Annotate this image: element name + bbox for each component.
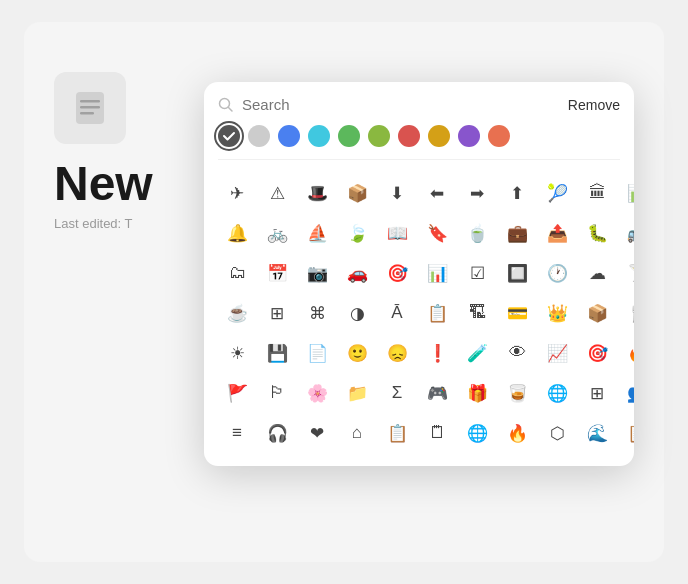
svg-point-10 bbox=[338, 125, 360, 147]
icon-picker-popup: Remove ✈⚠🎩📦⬇⬅➡⬆🎾🏛📊🔔🚲⛵🍃📖🔖🍵💼📤🐛🚌🗂📅📷🚗🎯📊☑🔲🕐☁🍸… bbox=[204, 82, 634, 466]
icon-cell[interactable]: ❤ bbox=[298, 414, 336, 452]
icon-cell[interactable]: ⌘ bbox=[298, 294, 336, 332]
svg-point-11 bbox=[368, 125, 390, 147]
icon-cell[interactable]: 🔥 bbox=[618, 334, 634, 372]
icon-cell[interactable]: Ā bbox=[378, 294, 416, 332]
icon-cell[interactable]: 🌐 bbox=[538, 374, 576, 412]
icon-cell[interactable]: ➡ bbox=[458, 174, 496, 212]
color-option-purple[interactable] bbox=[458, 125, 480, 147]
icon-cell[interactable]: Σ bbox=[378, 374, 416, 412]
icon-cell[interactable]: ☕ bbox=[218, 294, 256, 332]
icon-cell[interactable]: 🥃 bbox=[498, 374, 536, 412]
icon-cell[interactable]: 🚲 bbox=[258, 214, 296, 252]
icon-cell[interactable]: 📦 bbox=[338, 174, 376, 212]
icon-cell[interactable]: ☁ bbox=[578, 254, 616, 292]
color-option-cyan[interactable] bbox=[308, 125, 330, 147]
icon-cell[interactable]: 🧪 bbox=[458, 334, 496, 372]
icon-cell[interactable]: 👑 bbox=[538, 294, 576, 332]
icon-cell[interactable]: ⌂ bbox=[338, 414, 376, 452]
icon-cell[interactable]: 📋 bbox=[418, 294, 456, 332]
icon-cell[interactable]: 🏛 bbox=[578, 174, 616, 212]
icon-cell[interactable]: ❗ bbox=[418, 334, 456, 372]
icon-cell[interactable]: 🔖 bbox=[418, 214, 456, 252]
icon-cell[interactable]: 📋 bbox=[378, 414, 416, 452]
last-edited-text: Last edited: T bbox=[54, 216, 133, 231]
icon-cell[interactable]: 🔲 bbox=[498, 254, 536, 292]
icon-cell[interactable]: ⊞ bbox=[258, 294, 296, 332]
remove-button[interactable]: Remove bbox=[568, 97, 620, 113]
icon-cell[interactable]: 📷 bbox=[298, 254, 336, 292]
color-option-yellow-green[interactable] bbox=[368, 125, 390, 147]
color-option-light-gray[interactable] bbox=[248, 125, 270, 147]
icon-cell[interactable]: 🌐 bbox=[458, 414, 496, 452]
left-panel: New Last edited: T bbox=[54, 62, 194, 231]
icon-cell[interactable]: 🎁 bbox=[458, 374, 496, 412]
svg-rect-2 bbox=[80, 106, 100, 109]
icon-cell[interactable]: ≡ bbox=[218, 414, 256, 452]
icon-cell[interactable]: 📁 bbox=[338, 374, 376, 412]
icon-cell[interactable]: 🏳 bbox=[258, 374, 296, 412]
icon-cell[interactable]: 🌊 bbox=[578, 414, 616, 452]
icon-cell[interactable]: ⬅ bbox=[418, 174, 456, 212]
icon-cell[interactable]: 🚗 bbox=[338, 254, 376, 292]
icon-cell[interactable]: 🔥 bbox=[498, 414, 536, 452]
icon-cell[interactable]: 🎧 bbox=[258, 414, 296, 452]
icon-cell[interactable]: 🏗 bbox=[458, 294, 496, 332]
icon-cell[interactable]: 💾 bbox=[258, 334, 296, 372]
icon-cell[interactable]: 🗂 bbox=[218, 254, 256, 292]
icon-cell[interactable]: 📄 bbox=[298, 334, 336, 372]
color-option-amber[interactable] bbox=[428, 125, 450, 147]
icon-cell[interactable]: ✈ bbox=[218, 174, 256, 212]
icon-cell[interactable]: 📊 bbox=[418, 254, 456, 292]
svg-point-8 bbox=[278, 125, 300, 147]
icon-cell[interactable]: 🕐 bbox=[538, 254, 576, 292]
icon-cell[interactable]: ◑ bbox=[338, 294, 376, 332]
icon-cell[interactable]: 🎯 bbox=[578, 334, 616, 372]
icon-cell[interactable]: ☀ bbox=[218, 334, 256, 372]
icon-cell[interactable]: 📋 bbox=[618, 414, 634, 452]
icon-cell[interactable]: 🎮 bbox=[418, 374, 456, 412]
icon-cell[interactable]: 🎩 bbox=[298, 174, 336, 212]
icon-cell[interactable]: 🎾 bbox=[538, 174, 576, 212]
color-option-dark[interactable] bbox=[218, 125, 240, 147]
icon-cell[interactable]: 👥 bbox=[618, 374, 634, 412]
icon-cell[interactable]: 📈 bbox=[538, 334, 576, 372]
icon-cell[interactable]: 🎯 bbox=[378, 254, 416, 292]
icon-cell[interactable]: ⬆ bbox=[498, 174, 536, 212]
icon-cell[interactable]: 🍸 bbox=[618, 254, 634, 292]
search-icon bbox=[218, 97, 234, 113]
icon-cell[interactable]: 🗒 bbox=[418, 414, 456, 452]
color-option-peach[interactable] bbox=[488, 125, 510, 147]
icon-cell[interactable]: 📊 bbox=[618, 174, 634, 212]
icon-cell[interactable]: 🐛 bbox=[578, 214, 616, 252]
icon-cell[interactable]: ☑ bbox=[458, 254, 496, 292]
icon-cell[interactable]: 📤 bbox=[538, 214, 576, 252]
icon-cell[interactable]: ⬡ bbox=[538, 414, 576, 452]
icon-cell[interactable]: 🙂 bbox=[338, 334, 376, 372]
icon-cell[interactable]: 🍴 bbox=[618, 294, 634, 332]
icon-cell[interactable]: 🚌 bbox=[618, 214, 634, 252]
document-icon bbox=[54, 72, 126, 144]
icon-cell[interactable]: ⬇ bbox=[378, 174, 416, 212]
icon-cell[interactable]: 💳 bbox=[498, 294, 536, 332]
svg-point-15 bbox=[488, 125, 510, 147]
icon-cell[interactable]: 📖 bbox=[378, 214, 416, 252]
icon-cell[interactable]: 💼 bbox=[498, 214, 536, 252]
icon-cell[interactable]: 🔔 bbox=[218, 214, 256, 252]
icon-cell[interactable]: ⛵ bbox=[298, 214, 336, 252]
color-option-orange-red[interactable] bbox=[398, 125, 420, 147]
icon-cell[interactable]: 😞 bbox=[378, 334, 416, 372]
icon-cell[interactable]: 🚩 bbox=[218, 374, 256, 412]
icon-cell[interactable]: 👁 bbox=[498, 334, 536, 372]
icon-cell[interactable]: 🍵 bbox=[458, 214, 496, 252]
svg-point-14 bbox=[458, 125, 480, 147]
icon-cell[interactable]: 📦 bbox=[578, 294, 616, 332]
icon-cell[interactable]: ⊞ bbox=[578, 374, 616, 412]
icon-cell[interactable]: 🌸 bbox=[298, 374, 336, 412]
icon-cell[interactable]: 📅 bbox=[258, 254, 296, 292]
color-option-blue[interactable] bbox=[278, 125, 300, 147]
icon-cell[interactable]: 🍃 bbox=[338, 214, 376, 252]
search-input[interactable] bbox=[242, 96, 422, 113]
icon-cell[interactable]: ⚠ bbox=[258, 174, 296, 212]
color-option-green[interactable] bbox=[338, 125, 360, 147]
